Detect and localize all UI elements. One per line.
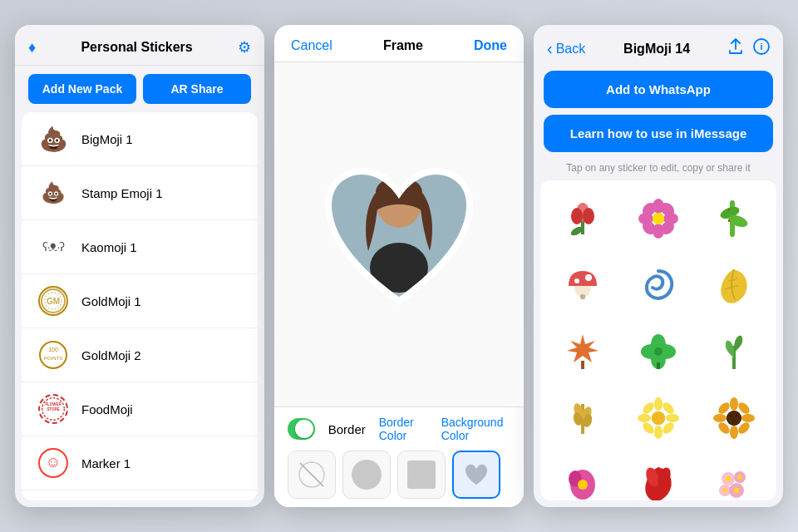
- shape-none-button[interactable]: [288, 451, 336, 499]
- svg-rect-50: [657, 362, 660, 369]
- learn-imessage-button[interactable]: Learn how to use in iMessage: [544, 115, 773, 152]
- right-screen: ‹ Back BigMoji 14 i Add to Wha: [534, 25, 783, 507]
- svg-point-89: [726, 476, 731, 481]
- svg-rect-44: [581, 361, 584, 369]
- ar-share-button[interactable]: AR Share: [143, 74, 251, 104]
- svg-rect-39: [728, 219, 730, 222]
- info-icon[interactable]: i: [753, 38, 770, 59]
- left-buttons: Add New Pack AR Share: [15, 66, 264, 112]
- add-to-whatsapp-button[interactable]: Add to WhatsApp: [544, 71, 773, 108]
- tap-hint: Tap on any sticker to edit, copy or shar…: [534, 159, 783, 180]
- right-header-title: BigMoji 14: [623, 42, 690, 57]
- border-color-link[interactable]: Border Color: [379, 416, 428, 442]
- sticker-cell[interactable]: [547, 187, 619, 250]
- svg-rect-43: [580, 294, 585, 299]
- svg-text:i: i: [760, 42, 762, 52]
- back-label: Back: [556, 42, 586, 57]
- svg-point-79: [732, 420, 735, 422]
- shape-circle-button[interactable]: [342, 451, 391, 499]
- sticker-cell[interactable]: [623, 453, 695, 500]
- svg-text:GM: GM: [47, 297, 60, 306]
- svg-point-60: [638, 414, 651, 422]
- svg-line-17: [300, 463, 323, 486]
- circle-shape: [352, 460, 382, 490]
- add-new-pack-button[interactable]: Add New Pack: [28, 74, 136, 104]
- sticker-name: Stamp Emoji 1: [81, 186, 163, 200]
- list-item[interactable]: 100 POINTS GoldMoji 2: [22, 328, 258, 382]
- share-icon[interactable]: [728, 38, 743, 59]
- list-item[interactable]: FLOWER STORE FoodMoji: [22, 382, 258, 436]
- bigmoji1-icon: 💩: [35, 121, 71, 157]
- border-toggle[interactable]: [288, 418, 315, 440]
- list-item[interactable]: Marker 2: [22, 490, 258, 500]
- frame-title: Frame: [383, 38, 423, 53]
- sticker-cell[interactable]: [623, 387, 695, 450]
- sticker-cell[interactable]: [547, 387, 619, 450]
- svg-text:POINTS: POINTS: [44, 356, 62, 361]
- svg-point-90: [737, 475, 741, 480]
- sticker-cell[interactable]: [623, 320, 695, 383]
- svg-point-82: [578, 480, 588, 490]
- gear-icon[interactable]: ⚙: [238, 38, 251, 57]
- right-header: ‹ Back BigMoji 14 i: [534, 25, 783, 67]
- svg-point-91: [722, 489, 727, 493]
- goldmoji1-icon: GM: [35, 283, 71, 319]
- svg-point-41: [574, 278, 579, 283]
- list-item[interactable]: ʕ·ᴥ·ʔ Kaomoji 1: [22, 220, 258, 274]
- sticker-cell[interactable]: [697, 187, 770, 250]
- sticker-cell[interactable]: [547, 453, 619, 500]
- svg-point-77: [730, 415, 732, 417]
- marker2-icon: [35, 499, 71, 500]
- svg-point-3: [40, 342, 66, 368]
- list-item[interactable]: GM GoldMoji 1: [22, 274, 258, 328]
- marker1-icon: ☺: [35, 445, 71, 481]
- sticker-name: FoodMoji: [81, 402, 133, 416]
- svg-point-92: [734, 488, 739, 493]
- shape-heart-button[interactable]: [452, 451, 500, 499]
- svg-text:☺: ☺: [46, 454, 61, 470]
- svg-point-78: [735, 415, 737, 417]
- svg-text:STORE: STORE: [47, 407, 59, 411]
- svg-point-71: [741, 414, 755, 422]
- svg-point-49: [654, 347, 663, 356]
- shape-square-button[interactable]: [397, 451, 446, 499]
- sticker-cell[interactable]: [697, 254, 770, 317]
- svg-point-68: [730, 397, 738, 411]
- sticker-name: Kaomoji 1: [81, 240, 137, 254]
- sticker-cell[interactable]: [547, 320, 619, 383]
- sticker-cell[interactable]: [623, 254, 695, 317]
- sticker-cell[interactable]: [547, 254, 619, 317]
- sticker-name: GoldMoji 2: [81, 348, 141, 362]
- sticker-cell[interactable]: [697, 453, 770, 500]
- foodmoji-icon: FLOWER STORE: [35, 391, 71, 427]
- heart-shape: [461, 460, 491, 490]
- cancel-button[interactable]: Cancel: [291, 38, 332, 53]
- diamond-icon: ♦: [28, 39, 36, 57]
- sticker-cell[interactable]: [697, 387, 770, 450]
- back-button[interactable]: ‹ Back: [547, 39, 585, 58]
- shape-row: [288, 451, 510, 499]
- sticker-cell[interactable]: [697, 320, 770, 383]
- svg-text:100: 100: [48, 347, 58, 352]
- goldmoji2-icon: 100 POINTS: [35, 337, 71, 373]
- heart-frame-svg: [303, 139, 495, 330]
- list-item[interactable]: 💩 Stamp Emoji 1: [22, 166, 258, 220]
- svg-rect-38: [728, 209, 730, 211]
- svg-point-42: [585, 274, 592, 281]
- svg-point-70: [713, 414, 727, 422]
- svg-point-34: [653, 213, 664, 224]
- mid-content: [274, 62, 524, 406]
- done-button[interactable]: Done: [474, 38, 507, 53]
- bg-color-link[interactable]: Background Color: [441, 416, 510, 442]
- stamp-emoji-icon: 💩: [35, 175, 71, 211]
- left-header: ♦ Personal Stickers ⚙: [15, 25, 264, 66]
- sticker-cell[interactable]: [623, 187, 695, 250]
- svg-text:FLOWER: FLOWER: [45, 402, 62, 406]
- mid-screen: Cancel Frame Done: [274, 25, 524, 507]
- sticker-name: GoldMoji 1: [81, 294, 141, 308]
- list-item[interactable]: 💩 BigMoji 1: [22, 112, 258, 166]
- list-item[interactable]: ☺ Marker 1: [22, 436, 258, 490]
- svg-point-69: [730, 426, 738, 439]
- svg-point-21: [571, 208, 583, 224]
- right-header-icons: i: [728, 38, 770, 59]
